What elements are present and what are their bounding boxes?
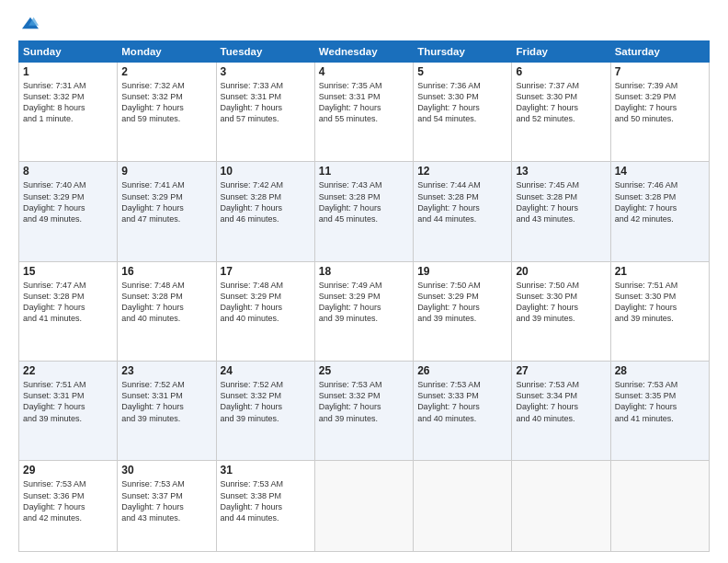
day-detail: Sunrise: 7:52 AM Sunset: 3:32 PM Dayligh… bbox=[221, 379, 311, 424]
calendar-header-tuesday: Tuesday bbox=[216, 41, 314, 63]
calendar-header-saturday: Saturday bbox=[610, 41, 709, 63]
day-number: 19 bbox=[417, 265, 507, 278]
calendar-day-cell: 18Sunrise: 7:49 AM Sunset: 3:29 PM Dayli… bbox=[314, 261, 413, 361]
day-detail: Sunrise: 7:44 AM Sunset: 3:28 PM Dayligh… bbox=[417, 179, 507, 224]
day-detail: Sunrise: 7:42 AM Sunset: 3:28 PM Dayligh… bbox=[221, 179, 311, 224]
day-detail: Sunrise: 7:53 AM Sunset: 3:37 PM Dayligh… bbox=[121, 478, 211, 523]
calendar-day-cell: 21Sunrise: 7:51 AM Sunset: 3:30 PM Dayli… bbox=[610, 261, 709, 361]
day-detail: Sunrise: 7:52 AM Sunset: 3:31 PM Dayligh… bbox=[121, 379, 211, 424]
day-detail: Sunrise: 7:35 AM Sunset: 3:31 PM Dayligh… bbox=[319, 80, 409, 125]
calendar-day-cell: 26Sunrise: 7:53 AM Sunset: 3:33 PM Dayli… bbox=[414, 362, 512, 461]
logo-icon bbox=[22, 15, 39, 31]
day-number: 18 bbox=[319, 265, 409, 278]
calendar-day-cell: 22Sunrise: 7:51 AM Sunset: 3:31 PM Dayli… bbox=[19, 362, 118, 461]
calendar-header-sunday: Sunday bbox=[19, 41, 118, 63]
calendar-day-cell: 5Sunrise: 7:36 AM Sunset: 3:30 PM Daylig… bbox=[414, 63, 512, 162]
calendar-day-cell: 9Sunrise: 7:41 AM Sunset: 3:29 PM Daylig… bbox=[118, 162, 216, 261]
calendar-day-cell: 30Sunrise: 7:53 AM Sunset: 3:37 PM Dayli… bbox=[118, 461, 216, 552]
day-detail: Sunrise: 7:40 AM Sunset: 3:29 PM Dayligh… bbox=[23, 179, 113, 224]
day-number: 7 bbox=[615, 65, 705, 78]
calendar-day-cell: 12Sunrise: 7:44 AM Sunset: 3:28 PM Dayli… bbox=[414, 162, 512, 261]
calendar-table: SundayMondayTuesdayWednesdayThursdayFrid… bbox=[18, 40, 710, 552]
day-detail: Sunrise: 7:43 AM Sunset: 3:28 PM Dayligh… bbox=[319, 179, 409, 224]
day-number: 14 bbox=[615, 165, 705, 178]
calendar-day-cell: 8Sunrise: 7:40 AM Sunset: 3:29 PM Daylig… bbox=[19, 162, 118, 261]
logo bbox=[18, 15, 39, 31]
day-detail: Sunrise: 7:50 AM Sunset: 3:30 PM Dayligh… bbox=[516, 280, 606, 325]
calendar-day-cell: 3Sunrise: 7:33 AM Sunset: 3:31 PM Daylig… bbox=[216, 63, 314, 162]
calendar-week-row: 29Sunrise: 7:53 AM Sunset: 3:36 PM Dayli… bbox=[19, 461, 710, 552]
day-detail: Sunrise: 7:45 AM Sunset: 3:28 PM Dayligh… bbox=[516, 179, 606, 224]
calendar-header-monday: Monday bbox=[118, 41, 216, 63]
day-number: 11 bbox=[319, 165, 409, 178]
day-number: 30 bbox=[121, 464, 211, 477]
day-number: 25 bbox=[319, 364, 409, 377]
calendar-day-cell: 29Sunrise: 7:53 AM Sunset: 3:36 PM Dayli… bbox=[19, 461, 118, 552]
calendar-day-cell: 16Sunrise: 7:48 AM Sunset: 3:28 PM Dayli… bbox=[118, 261, 216, 361]
day-detail: Sunrise: 7:53 AM Sunset: 3:32 PM Dayligh… bbox=[319, 379, 409, 424]
day-number: 2 bbox=[121, 65, 211, 78]
day-detail: Sunrise: 7:53 AM Sunset: 3:35 PM Dayligh… bbox=[615, 379, 705, 424]
day-detail: Sunrise: 7:53 AM Sunset: 3:34 PM Dayligh… bbox=[516, 379, 606, 424]
day-number: 29 bbox=[23, 464, 113, 477]
calendar-day-cell: 1Sunrise: 7:31 AM Sunset: 3:32 PM Daylig… bbox=[19, 63, 118, 162]
calendar-day-cell bbox=[610, 461, 709, 552]
calendar-header-wednesday: Wednesday bbox=[314, 41, 413, 63]
header bbox=[18, 15, 710, 31]
calendar-day-cell: 7Sunrise: 7:39 AM Sunset: 3:29 PM Daylig… bbox=[610, 63, 709, 162]
calendar-day-cell: 15Sunrise: 7:47 AM Sunset: 3:28 PM Dayli… bbox=[19, 261, 118, 361]
calendar-day-cell: 31Sunrise: 7:53 AM Sunset: 3:38 PM Dayli… bbox=[216, 461, 314, 552]
calendar-day-cell: 11Sunrise: 7:43 AM Sunset: 3:28 PM Dayli… bbox=[314, 162, 413, 261]
day-detail: Sunrise: 7:37 AM Sunset: 3:30 PM Dayligh… bbox=[516, 80, 606, 125]
day-number: 27 bbox=[516, 364, 606, 377]
calendar-week-row: 1Sunrise: 7:31 AM Sunset: 3:32 PM Daylig… bbox=[19, 63, 710, 162]
day-detail: Sunrise: 7:47 AM Sunset: 3:28 PM Dayligh… bbox=[23, 280, 113, 325]
day-number: 8 bbox=[23, 165, 113, 178]
day-number: 10 bbox=[221, 165, 311, 178]
day-number: 20 bbox=[516, 265, 606, 278]
calendar-day-cell: 4Sunrise: 7:35 AM Sunset: 3:31 PM Daylig… bbox=[314, 63, 413, 162]
day-detail: Sunrise: 7:31 AM Sunset: 3:32 PM Dayligh… bbox=[23, 80, 113, 125]
day-number: 31 bbox=[221, 464, 311, 477]
day-number: 26 bbox=[417, 364, 507, 377]
day-detail: Sunrise: 7:48 AM Sunset: 3:28 PM Dayligh… bbox=[121, 280, 211, 325]
day-detail: Sunrise: 7:51 AM Sunset: 3:31 PM Dayligh… bbox=[23, 379, 113, 424]
day-detail: Sunrise: 7:50 AM Sunset: 3:29 PM Dayligh… bbox=[417, 280, 507, 325]
day-number: 3 bbox=[221, 65, 311, 78]
day-number: 5 bbox=[417, 65, 507, 78]
day-detail: Sunrise: 7:41 AM Sunset: 3:29 PM Dayligh… bbox=[121, 179, 211, 224]
day-detail: Sunrise: 7:48 AM Sunset: 3:29 PM Dayligh… bbox=[221, 280, 311, 325]
day-number: 9 bbox=[121, 165, 211, 178]
calendar-week-row: 15Sunrise: 7:47 AM Sunset: 3:28 PM Dayli… bbox=[19, 261, 710, 361]
calendar-day-cell: 23Sunrise: 7:52 AM Sunset: 3:31 PM Dayli… bbox=[118, 362, 216, 461]
calendar-day-cell: 17Sunrise: 7:48 AM Sunset: 3:29 PM Dayli… bbox=[216, 261, 314, 361]
calendar-day-cell: 19Sunrise: 7:50 AM Sunset: 3:29 PM Dayli… bbox=[414, 261, 512, 361]
calendar-day-cell: 6Sunrise: 7:37 AM Sunset: 3:30 PM Daylig… bbox=[512, 63, 610, 162]
day-number: 6 bbox=[516, 65, 606, 78]
calendar-day-cell: 2Sunrise: 7:32 AM Sunset: 3:32 PM Daylig… bbox=[118, 63, 216, 162]
day-number: 21 bbox=[615, 265, 705, 278]
calendar-day-cell: 13Sunrise: 7:45 AM Sunset: 3:28 PM Dayli… bbox=[512, 162, 610, 261]
day-number: 15 bbox=[23, 265, 113, 278]
day-number: 17 bbox=[221, 265, 311, 278]
calendar-week-row: 8Sunrise: 7:40 AM Sunset: 3:29 PM Daylig… bbox=[19, 162, 710, 261]
day-detail: Sunrise: 7:33 AM Sunset: 3:31 PM Dayligh… bbox=[221, 80, 311, 125]
calendar-day-cell: 20Sunrise: 7:50 AM Sunset: 3:30 PM Dayli… bbox=[512, 261, 610, 361]
day-number: 12 bbox=[417, 165, 507, 178]
day-detail: Sunrise: 7:39 AM Sunset: 3:29 PM Dayligh… bbox=[615, 80, 705, 125]
day-detail: Sunrise: 7:53 AM Sunset: 3:38 PM Dayligh… bbox=[221, 478, 311, 523]
day-detail: Sunrise: 7:46 AM Sunset: 3:28 PM Dayligh… bbox=[615, 179, 705, 224]
day-detail: Sunrise: 7:53 AM Sunset: 3:33 PM Dayligh… bbox=[417, 379, 507, 424]
day-number: 23 bbox=[121, 364, 211, 377]
day-number: 13 bbox=[516, 165, 606, 178]
calendar-day-cell: 25Sunrise: 7:53 AM Sunset: 3:32 PM Dayli… bbox=[314, 362, 413, 461]
calendar-day-cell bbox=[414, 461, 512, 552]
calendar-header-row: SundayMondayTuesdayWednesdayThursdayFrid… bbox=[19, 41, 710, 63]
calendar-header-friday: Friday bbox=[512, 41, 610, 63]
calendar-day-cell: 14Sunrise: 7:46 AM Sunset: 3:28 PM Dayli… bbox=[610, 162, 709, 261]
day-detail: Sunrise: 7:36 AM Sunset: 3:30 PM Dayligh… bbox=[417, 80, 507, 125]
day-number: 16 bbox=[121, 265, 211, 278]
calendar-day-cell bbox=[512, 461, 610, 552]
day-number: 28 bbox=[615, 364, 705, 377]
calendar-header-thursday: Thursday bbox=[414, 41, 512, 63]
